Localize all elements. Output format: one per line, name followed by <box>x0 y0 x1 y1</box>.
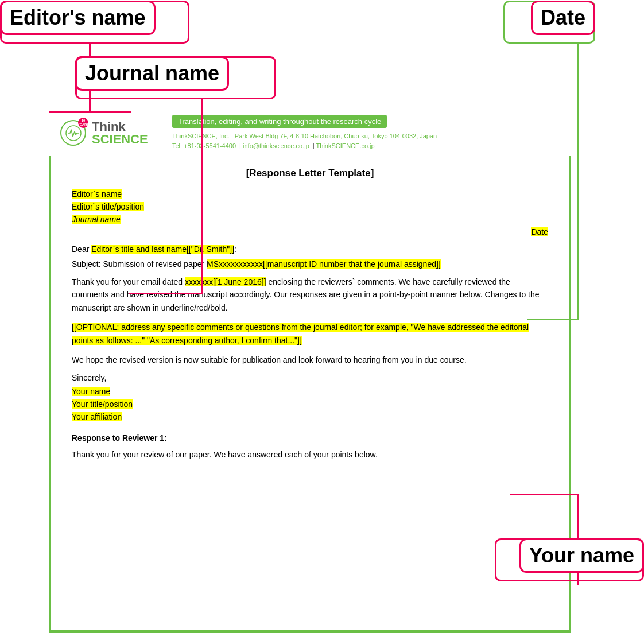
tagline: Translation, editing, and writing throug… <box>172 115 387 128</box>
your-title-field: Your title/position <box>72 399 548 409</box>
body1-start: Thank you for your email dated <box>72 277 185 286</box>
header-info: Translation, editing, and writing throug… <box>164 110 571 156</box>
address: ThinkSCIENCE, Inc. Park West Bldg 7F, 4-… <box>172 131 562 150</box>
letter-title: [Response Letter Template] <box>72 168 548 179</box>
body1-highlight: xxxxxxx[[1 June 2016]] <box>185 277 266 286</box>
date-highlight: Date <box>531 227 548 236</box>
think-label: Think <box>92 121 148 133</box>
your-name-highlight: Your name <box>72 387 110 396</box>
email: info@thinkscience.co.jp <box>243 142 309 149</box>
your-affiliation-field: Your affiliation <box>72 412 548 421</box>
subject-highlight: MSxxxxxxxxxxx[[manuscript ID number that… <box>207 259 441 269</box>
optional-highlight: [[OPTIONAL: address any specific comment… <box>72 323 529 344</box>
reviewer-header: Response to Reviewer 1: <box>72 433 167 443</box>
letter-container: 10 YEARS Think SCIENCE Translation, edit… <box>49 110 571 472</box>
dear-line: Dear Editor`s title and last name[["Dr. … <box>72 245 548 254</box>
signature-block: Your name Your title/position Your affil… <box>72 387 548 421</box>
dear-start: Dear <box>72 245 91 254</box>
editor-name-highlight: Editor`s name <box>72 189 122 199</box>
optional-block: [[OPTIONAL: address any specific comment… <box>72 321 548 347</box>
logo-text: Think SCIENCE <box>92 121 148 146</box>
journal-name-field: Journal name <box>72 215 548 224</box>
body-paragraph-2: We hope the revised version is now suita… <box>72 354 548 366</box>
your-affiliation-highlight: Your affiliation <box>72 412 122 421</box>
address-text: Park West Bldg 7F, 4-8-10 Hatchobori, Ch… <box>235 133 437 139</box>
dear-highlight: Editor`s title and last name[["Dr. Smith… <box>91 245 234 254</box>
subject-line: Subject: Submission of revised paper MSx… <box>72 259 548 269</box>
thinkscience-header: 10 YEARS Think SCIENCE Translation, edit… <box>49 110 571 156</box>
tel: Tel: +81-03-5541-4400 <box>172 142 236 149</box>
editor-name-field: Editor`s name <box>72 189 548 199</box>
journal-name-annotation: Journal name <box>75 56 229 91</box>
your-title-highlight: Your title/position <box>72 399 133 409</box>
editor-title-highlight: Editor`s title/position <box>72 202 144 211</box>
logo-circle: 10 YEARS <box>60 120 86 146</box>
dear-end: : <box>234 245 236 254</box>
date-field: Date <box>72 227 548 236</box>
website: ThinkSCIENCE.co.jp <box>316 142 375 149</box>
sincerely: Sincerely, <box>72 373 548 382</box>
your-name-field: Your name <box>72 387 548 396</box>
body-paragraph-1: Thank you for your email dated xxxxxxx[[… <box>72 276 548 314</box>
journal-name-highlight: Journal name <box>72 215 121 224</box>
date-annotation: Date <box>531 1 595 35</box>
letter-body: [Response Letter Template] Editor`s name… <box>49 156 571 472</box>
editors-name-annotation: Editor's name <box>0 1 156 35</box>
reviewer-body: Thank you for your review of our paper. … <box>72 448 548 461</box>
logo-area: 10 YEARS Think SCIENCE <box>49 110 164 156</box>
science-label: SCIENCE <box>92 133 148 146</box>
reviewer-section: Response to Reviewer 1: Thank you for yo… <box>72 432 548 461</box>
editor-title-field: Editor`s title/position <box>72 202 548 211</box>
subject-start: Subject: Submission of revised paper <box>72 259 207 269</box>
your-name-annotation: Your name <box>519 538 644 573</box>
heartbeat-icon <box>65 125 82 141</box>
years-badge: 10 YEARS <box>78 118 88 128</box>
